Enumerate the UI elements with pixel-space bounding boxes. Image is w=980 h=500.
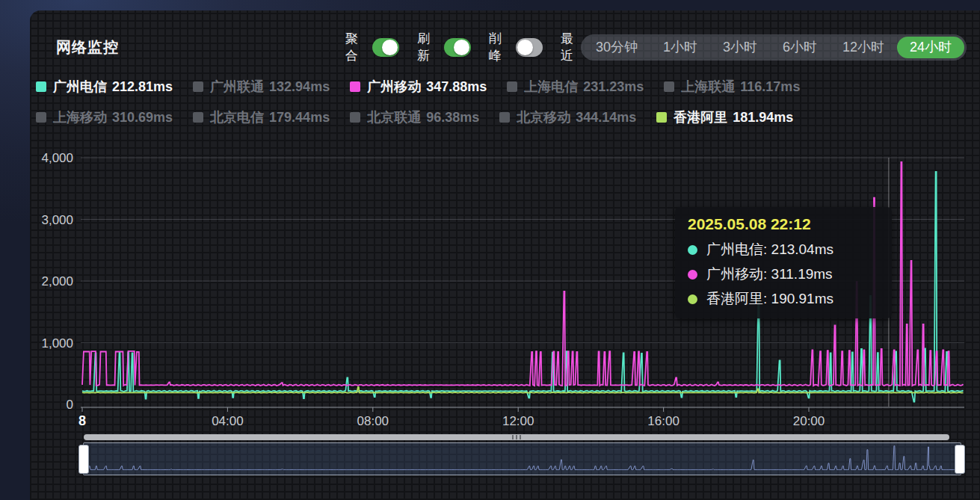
y-axis-label: 2,000 <box>41 274 73 288</box>
tooltip-row: 广州电信: 213.04ms <box>688 240 879 259</box>
chart-tooltip: 2025.05.08 22:12 广州电信: 213.04ms 广州移动: 31… <box>675 207 892 318</box>
tooltip-row: 广州移动: 311.19ms <box>688 265 879 284</box>
drag-grip-icon[interactable] <box>512 435 521 439</box>
y-axis-label: 3,000 <box>41 213 73 227</box>
y-axis-label: 4,000 <box>41 151 73 165</box>
x-axis-label: 08:00 <box>357 414 389 428</box>
series-dot-icon <box>688 245 697 255</box>
datazoom-handle-right[interactable] <box>955 445 965 474</box>
tooltip-series-value: 广州移动: 311.19ms <box>706 265 833 284</box>
series-dot-icon <box>688 294 697 304</box>
x-axis-label: 16:00 <box>647 414 679 428</box>
x-axis-label: 04:00 <box>212 414 244 428</box>
x-axis-label: 20:00 <box>793 414 825 428</box>
x-axis-label: 8 <box>78 413 86 428</box>
datazoom-slider[interactable] <box>83 442 961 475</box>
tooltip-series-value: 香港阿里: 190.91ms <box>706 289 833 309</box>
y-axis-label: 0 <box>67 398 73 412</box>
tooltip-series-value: 广州电信: 213.04ms <box>706 240 833 259</box>
tooltip-row: 香港阿里: 190.91ms <box>688 289 879 309</box>
y-axis-label: 1,000 <box>41 336 73 351</box>
x-axis-label: 12:00 <box>502 414 534 428</box>
datazoom-scrollbar[interactable] <box>84 434 949 440</box>
tooltip-timestamp: 2025.05.08 22:12 <box>688 215 879 233</box>
series-dot-icon <box>688 270 697 280</box>
datazoom-handle-left[interactable] <box>78 445 89 474</box>
